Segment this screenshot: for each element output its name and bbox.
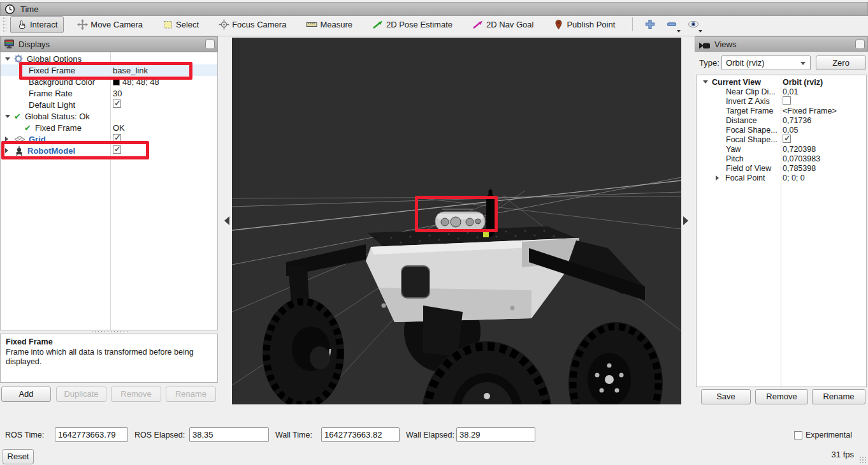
row-label: Distance: [726, 116, 757, 125]
tool-label: Move Camera: [90, 20, 143, 29]
tree-row-distance[interactable]: Distance 0,71736: [697, 115, 866, 125]
row-label: Grid: [29, 135, 46, 144]
views-panel: Views Type: Orbit (rviz) Zero Current Vi…: [695, 36, 868, 405]
focus-camera-tool-button[interactable]: Focus Camera: [212, 16, 293, 33]
tree-row-global-options[interactable]: Global Options: [1, 53, 217, 64]
remove-display-button[interactable]: Remove: [111, 387, 161, 402]
status-ok-check-icon: ✔: [24, 123, 31, 133]
row-value[interactable]: 0; 0; 0: [783, 173, 805, 182]
displays-panel-header[interactable]: Displays: [0, 36, 218, 52]
tree-row-fixed-frame[interactable]: Fixed Frame base_link: [1, 64, 217, 76]
tree-row-fixed-frame-status[interactable]: ✔ Fixed Frame OK: [1, 122, 217, 133]
panel-splitter-handle[interactable]: [90, 330, 129, 333]
tree-row-target-frame[interactable]: Target Frame <Fixed Frame>: [697, 106, 866, 115]
select-tool-button[interactable]: Select: [156, 16, 205, 33]
nav-goal-tool-button[interactable]: 2D Nav Goal: [466, 16, 540, 33]
tree-row-focal-point[interactable]: Focal Point 0; 0; 0: [697, 173, 866, 182]
toolbar-drag-handle[interactable]: [3, 17, 6, 32]
tool-visibility-button[interactable]: [684, 16, 703, 33]
map-pin-icon: [553, 19, 564, 30]
row-value[interactable]: 48; 48; 48: [113, 77, 159, 87]
collapse-left-panel-arrow[interactable]: [224, 216, 229, 225]
tree-row-global-status[interactable]: ✔ Global Status: Ok: [1, 110, 217, 122]
publish-point-tool-button[interactable]: Publish Point: [547, 16, 621, 33]
row-label: RobotModel: [27, 146, 75, 156]
ros-time-input[interactable]: [55, 427, 128, 442]
tree-row-default-light[interactable]: Default Light: [1, 99, 217, 110]
view-type-label: Type:: [699, 58, 720, 68]
expander-icon[interactable]: [5, 137, 11, 142]
tree-row-field-of-view[interactable]: Field of View 0,785398: [697, 163, 866, 173]
tree-row-background-color[interactable]: Background Color 48; 48; 48: [1, 76, 217, 87]
panel-float-button[interactable]: [205, 40, 215, 49]
row-label: Focal Point: [725, 173, 765, 182]
move-camera-tool-button[interactable]: Move Camera: [71, 16, 149, 33]
collapse-right-panel-arrow[interactable]: [683, 216, 688, 225]
row-value: [113, 100, 121, 110]
row-label: Global Status: Ok: [25, 112, 90, 121]
wall-time-input[interactable]: [321, 427, 400, 442]
tree-row-pitch[interactable]: Pitch 0,0703983: [697, 154, 866, 163]
interact-tool-button[interactable]: Interact: [10, 16, 64, 33]
tree-row-focal-shape-size[interactable]: Focal Shape... 0,05: [697, 125, 866, 135]
rename-view-button[interactable]: Rename: [812, 389, 865, 404]
tree-row-robotmodel[interactable]: RobotModel: [1, 145, 217, 156]
zero-view-button[interactable]: Zero: [816, 55, 866, 70]
view-type-dropdown[interactable]: Orbit (rviz): [721, 55, 811, 70]
add-tool-button[interactable]: [640, 16, 660, 33]
row-value[interactable]: base_link: [113, 66, 148, 75]
gear-icon: [14, 54, 23, 63]
tree-row-current-view[interactable]: Current View Orbit (rviz): [697, 77, 866, 87]
ros-elapsed-input[interactable]: [189, 427, 269, 442]
panel-float-button[interactable]: [855, 40, 865, 49]
duplicate-display-button[interactable]: Duplicate: [56, 387, 106, 402]
tree-row-invert-z[interactable]: Invert Z Axis: [697, 96, 866, 106]
camera-icon: [698, 39, 711, 49]
expander-icon[interactable]: [5, 148, 11, 153]
3d-viewport[interactable]: [232, 38, 681, 404]
tree-row-focal-shape-fixed[interactable]: Focal Shape...: [697, 135, 866, 144]
row-value[interactable]: 0,71736: [783, 116, 811, 125]
tree-row-grid[interactable]: Grid: [1, 133, 217, 145]
grid-enabled-checkbox[interactable]: [113, 134, 121, 142]
reset-time-button[interactable]: Reset: [3, 449, 34, 464]
remove-tool-button[interactable]: [662, 16, 681, 33]
expander-icon[interactable]: [5, 57, 10, 63]
measure-tool-button[interactable]: Measure: [300, 16, 359, 33]
remove-view-button[interactable]: Remove: [755, 389, 808, 404]
add-display-button[interactable]: Add: [1, 387, 51, 402]
row-value[interactable]: 0,0703983: [783, 154, 820, 163]
experimental-checkbox[interactable]: [794, 431, 802, 439]
tree-row-yaw[interactable]: Yaw 0,720398: [697, 144, 866, 154]
wall-elapsed-input[interactable]: [456, 427, 535, 442]
row-value: [783, 135, 791, 145]
robotmodel-enabled-checkbox[interactable]: [113, 145, 121, 154]
row-value[interactable]: 30: [113, 89, 122, 98]
time-panel-header[interactable]: Time: [0, 2, 868, 16]
tool-label: Interact: [30, 20, 57, 29]
focal-shape-checkbox[interactable]: [783, 135, 791, 143]
expander-icon[interactable]: [5, 115, 10, 121]
window-resize-grip[interactable]: [859, 456, 867, 464]
tool-label: 2D Pose Estimate: [386, 20, 452, 29]
invert-z-checkbox[interactable]: [783, 96, 791, 105]
grid-icon: [15, 136, 25, 143]
rename-display-button[interactable]: Rename: [166, 387, 216, 402]
ros-elapsed-label: ROS Elapsed:: [134, 431, 185, 439]
default-light-checkbox[interactable]: [113, 100, 121, 108]
expander-icon[interactable]: [703, 80, 708, 86]
pose-estimate-tool-button[interactable]: 2D Pose Estimate: [366, 16, 459, 33]
row-value: [113, 134, 121, 144]
chevron-down-icon: [800, 62, 806, 65]
green-arrow-icon: [372, 19, 384, 30]
save-view-button[interactable]: Save: [701, 389, 751, 404]
row-value[interactable]: 0,785398: [783, 164, 816, 173]
row-value[interactable]: 0,01: [783, 87, 798, 96]
view-type-value: Orbit (rviz): [726, 58, 765, 68]
expander-icon[interactable]: [716, 175, 721, 181]
tree-row-near-clip[interactable]: Near Clip Di... 0,01: [697, 87, 866, 96]
views-panel-header[interactable]: Views: [695, 36, 868, 52]
tree-row-frame-rate[interactable]: Frame Rate 30: [1, 87, 217, 99]
row-value[interactable]: <Fixed Frame>: [783, 107, 837, 115]
row-value[interactable]: 0,720398: [783, 145, 816, 154]
